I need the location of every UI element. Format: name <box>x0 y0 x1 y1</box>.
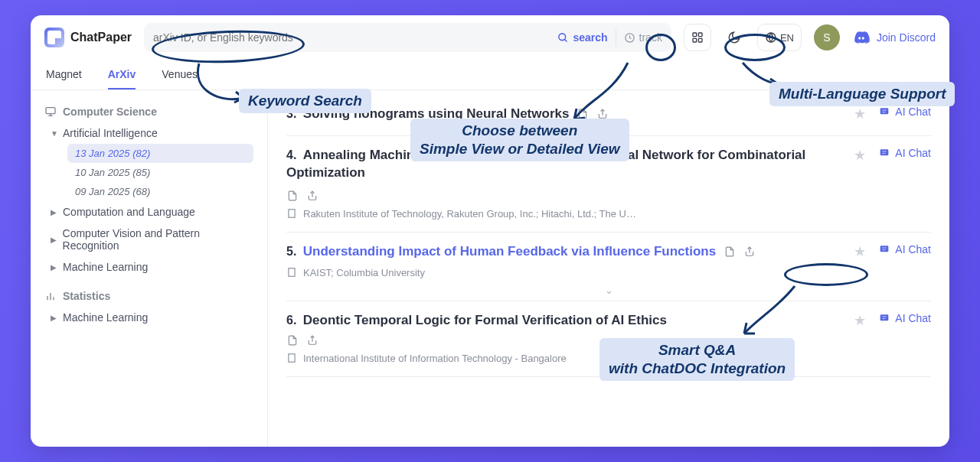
sidebar-section-stats: Statistics <box>44 290 253 302</box>
category-label: Computer Vision and Pattern Recognition <box>63 227 250 252</box>
svg-rect-4 <box>698 33 702 37</box>
caret-right-icon: ▶ <box>51 208 58 216</box>
pdf-icon[interactable] <box>724 246 736 258</box>
chat-icon <box>878 312 890 324</box>
tab-magnet[interactable]: Magnet <box>46 60 82 89</box>
separator <box>616 29 616 46</box>
date-filter[interactable]: 13 Jan 2025 (82) <box>67 144 253 163</box>
paper-item: 5. Understanding Impact of Human Feedbac… <box>286 233 931 291</box>
join-discord-button[interactable]: Join Discord <box>852 28 936 47</box>
moon-icon <box>727 31 741 44</box>
discord-label: Join Discord <box>877 31 936 44</box>
globe-icon <box>765 31 777 44</box>
caret-right-icon: ▶ <box>51 314 58 322</box>
paper-number: 3. <box>286 107 296 120</box>
category-stat-ml[interactable]: ▶ Machine Learning <box>44 307 253 328</box>
category-cv[interactable]: ▶ Computer Vision and Pattern Recognitio… <box>44 223 253 256</box>
pdf-icon[interactable] <box>286 190 299 202</box>
pdf-icon[interactable] <box>577 108 589 120</box>
building-icon <box>286 267 297 278</box>
paper-number: 5. <box>286 245 296 258</box>
category-ml[interactable]: ▶ Machine Learning <box>44 256 253 278</box>
star-icon[interactable]: ★ <box>854 106 866 122</box>
track-icon <box>624 32 635 44</box>
svg-rect-29 <box>880 246 889 252</box>
section-title: Statistics <box>63 290 110 302</box>
ai-chat-button[interactable]: AI Chat <box>878 243 931 255</box>
paper-item: 6. Deontic Temporal Logic for Formal Ver… <box>286 301 931 377</box>
svg-rect-28 <box>289 268 295 277</box>
tab-venues[interactable]: Venues <box>162 60 198 89</box>
ai-chat-button[interactable]: AI Chat <box>878 147 931 159</box>
share-icon[interactable] <box>596 108 609 120</box>
paper-title[interactable]: Deontic Temporal Logic for Formal Verifi… <box>303 313 667 327</box>
star-icon[interactable]: ★ <box>854 312 866 329</box>
svg-rect-8 <box>46 108 55 114</box>
chat-icon <box>878 147 890 159</box>
search-input[interactable] <box>153 31 550 44</box>
star-icon[interactable]: ★ <box>854 243 866 260</box>
logo-icon <box>44 28 64 47</box>
paper-number: 4. <box>286 148 296 161</box>
paper-list: 3. Solving nonograms using Neural Networ… <box>268 90 949 447</box>
category-label: Machine Learning <box>63 311 148 324</box>
track-button-label: track <box>639 31 662 44</box>
theme-toggle-button[interactable] <box>724 24 745 51</box>
grid-icon <box>691 31 704 44</box>
category-sidebar: Computer Science ▼ Artificial Intelligen… <box>31 90 268 447</box>
share-icon[interactable] <box>306 334 318 346</box>
svg-rect-3 <box>693 33 697 37</box>
category-cl[interactable]: ▶ Computation and Language <box>44 201 253 223</box>
search-button-label: search <box>573 31 607 44</box>
ai-chat-label: AI Chat <box>895 312 931 324</box>
paper-title[interactable]: Understanding Impact of Human Feedback v… <box>303 244 716 259</box>
section-title: Computer Science <box>63 106 157 118</box>
brand-name: ChatPaper <box>70 31 132 44</box>
date-filter[interactable]: 09 Jan 2025 (68) <box>67 182 253 201</box>
date-filter[interactable]: 10 Jan 2025 (85) <box>67 163 253 182</box>
ai-chat-label: AI Chat <box>895 147 931 159</box>
svg-rect-15 <box>880 108 889 114</box>
svg-point-0 <box>559 33 566 40</box>
ai-chat-button[interactable]: AI Chat <box>878 312 931 324</box>
category-ai[interactable]: ▼ Artificial Intelligence <box>44 122 253 144</box>
nav-tabs: Magnet ArXiv Venues <box>31 60 949 90</box>
expand-toggle[interactable]: ⌄ <box>286 285 931 296</box>
tab-arxiv[interactable]: ArXiv <box>108 60 136 89</box>
star-icon[interactable]: ★ <box>854 147 866 164</box>
svg-rect-6 <box>698 38 702 42</box>
paper-title[interactable]: Annealing Machine-assisted Learning of G… <box>286 148 805 180</box>
paper-item: 4. Annealing Machine-assisted Learning o… <box>286 136 931 233</box>
language-button[interactable]: EN <box>757 24 802 51</box>
avatar-initial: S <box>823 31 830 44</box>
sidebar-section-cs: Computer Science <box>44 106 253 118</box>
ai-chat-button[interactable]: AI Chat <box>878 106 931 118</box>
ai-chat-label: AI Chat <box>895 106 931 118</box>
paper-affiliation: KAIST; Columbia University <box>303 267 425 278</box>
paper-number: 6. <box>286 314 296 327</box>
app-logo[interactable]: ChatPaper <box>44 28 132 47</box>
discord-icon <box>852 28 871 47</box>
pdf-icon[interactable] <box>286 334 299 346</box>
search-button[interactable]: search <box>557 31 607 44</box>
caret-down-icon: ▼ <box>51 129 58 138</box>
search-icon <box>557 32 569 44</box>
chat-icon <box>878 243 890 255</box>
share-icon[interactable] <box>743 246 756 258</box>
svg-rect-34 <box>880 314 889 320</box>
chat-icon <box>878 106 890 118</box>
track-button[interactable]: track <box>624 31 662 44</box>
svg-rect-19 <box>289 210 295 218</box>
category-label: Computation and Language <box>63 206 195 218</box>
bar-chart-icon <box>44 290 57 302</box>
paper-affiliation: Rakuten Institute of Technology, Rakuten… <box>303 208 636 220</box>
search-bar[interactable]: search track <box>144 23 671 52</box>
share-icon[interactable] <box>306 190 318 202</box>
paper-title[interactable]: Solving nonograms using Neural Networks <box>303 106 570 121</box>
paper-item: 3. Solving nonograms using Neural Networ… <box>286 95 931 136</box>
view-toggle-button[interactable] <box>684 24 711 51</box>
svg-rect-5 <box>693 38 697 42</box>
user-avatar[interactable]: S <box>814 24 840 50</box>
svg-rect-33 <box>289 354 295 363</box>
ai-chat-label: AI Chat <box>895 243 931 255</box>
